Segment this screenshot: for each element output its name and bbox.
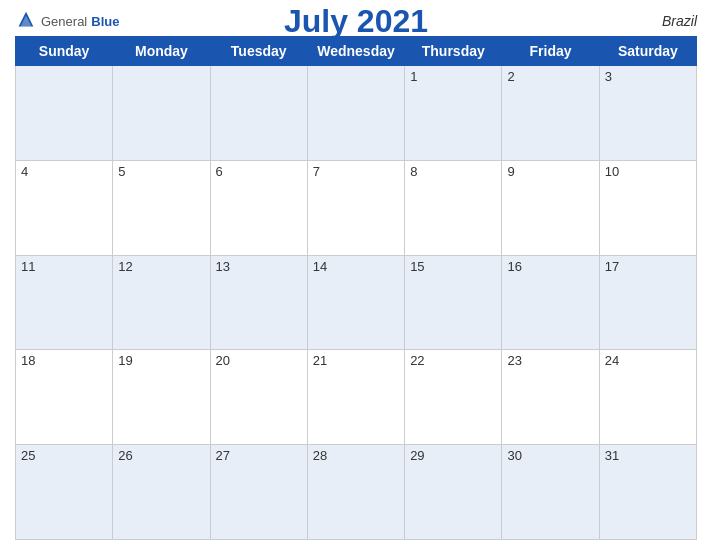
calendar-week-row: 123: [16, 66, 697, 161]
calendar-day-cell: 31: [599, 445, 696, 540]
calendar-day-cell: 1: [405, 66, 502, 161]
calendar-day-cell: 23: [502, 350, 599, 445]
calendar-day-cell: 27: [210, 445, 307, 540]
calendar-day-cell: 10: [599, 160, 696, 255]
header-thursday: Thursday: [405, 37, 502, 66]
calendar-day-cell: 16: [502, 255, 599, 350]
calendar-day-cell: 26: [113, 445, 210, 540]
logo: General Blue: [15, 10, 119, 32]
calendar-day-cell: 29: [405, 445, 502, 540]
calendar-day-cell: 21: [307, 350, 404, 445]
calendar-day-cell: [210, 66, 307, 161]
day-number: 3: [605, 69, 612, 84]
calendar-day-cell: 30: [502, 445, 599, 540]
day-number: 10: [605, 164, 619, 179]
calendar-day-cell: [16, 66, 113, 161]
calendar-day-cell: 18: [16, 350, 113, 445]
calendar-day-cell: 3: [599, 66, 696, 161]
day-number: 8: [410, 164, 417, 179]
day-number: 29: [410, 448, 424, 463]
day-number: 6: [216, 164, 223, 179]
day-number: 25: [21, 448, 35, 463]
day-number: 15: [410, 259, 424, 274]
calendar-day-cell: 14: [307, 255, 404, 350]
header-friday: Friday: [502, 37, 599, 66]
calendar-day-cell: 11: [16, 255, 113, 350]
day-number: 30: [507, 448, 521, 463]
day-number: 21: [313, 353, 327, 368]
calendar-day-cell: [113, 66, 210, 161]
country-label: Brazil: [662, 13, 697, 29]
calendar-day-cell: 17: [599, 255, 696, 350]
day-number: 12: [118, 259, 132, 274]
calendar-day-cell: 24: [599, 350, 696, 445]
day-number: 9: [507, 164, 514, 179]
day-number: 1: [410, 69, 417, 84]
calendar-day-cell: 9: [502, 160, 599, 255]
calendar-header: General Blue July 2021 Brazil: [15, 10, 697, 32]
day-number: 16: [507, 259, 521, 274]
calendar-title: July 2021: [284, 3, 428, 40]
day-number: 13: [216, 259, 230, 274]
header-saturday: Saturday: [599, 37, 696, 66]
calendar-day-cell: 8: [405, 160, 502, 255]
calendar-day-cell: 7: [307, 160, 404, 255]
day-number: 26: [118, 448, 132, 463]
day-number: 14: [313, 259, 327, 274]
day-number: 28: [313, 448, 327, 463]
calendar-day-cell: 19: [113, 350, 210, 445]
day-number: 22: [410, 353, 424, 368]
calendar-day-cell: 2: [502, 66, 599, 161]
header-monday: Monday: [113, 37, 210, 66]
day-number: 7: [313, 164, 320, 179]
day-number: 4: [21, 164, 28, 179]
day-number: 5: [118, 164, 125, 179]
day-number: 19: [118, 353, 132, 368]
logo-blue-text: Blue: [91, 14, 119, 29]
header-sunday: Sunday: [16, 37, 113, 66]
calendar-week-row: 18192021222324: [16, 350, 697, 445]
day-number: 31: [605, 448, 619, 463]
calendar-day-cell: 13: [210, 255, 307, 350]
day-number: 17: [605, 259, 619, 274]
weekday-header-row: Sunday Monday Tuesday Wednesday Thursday…: [16, 37, 697, 66]
header-tuesday: Tuesday: [210, 37, 307, 66]
calendar-table: Sunday Monday Tuesday Wednesday Thursday…: [15, 36, 697, 540]
calendar-day-cell: 12: [113, 255, 210, 350]
calendar-day-cell: 15: [405, 255, 502, 350]
calendar-day-cell: 5: [113, 160, 210, 255]
day-number: 18: [21, 353, 35, 368]
day-number: 11: [21, 259, 35, 274]
calendar-day-cell: [307, 66, 404, 161]
day-number: 24: [605, 353, 619, 368]
calendar-week-row: 25262728293031: [16, 445, 697, 540]
calendar-week-row: 11121314151617: [16, 255, 697, 350]
day-number: 20: [216, 353, 230, 368]
calendar-week-row: 45678910: [16, 160, 697, 255]
day-number: 23: [507, 353, 521, 368]
calendar-day-cell: 6: [210, 160, 307, 255]
day-number: 27: [216, 448, 230, 463]
calendar-day-cell: 22: [405, 350, 502, 445]
calendar-day-cell: 4: [16, 160, 113, 255]
calendar-day-cell: 20: [210, 350, 307, 445]
calendar-day-cell: 25: [16, 445, 113, 540]
header-wednesday: Wednesday: [307, 37, 404, 66]
logo-icon: [15, 10, 37, 32]
logo-general-text: General: [41, 14, 87, 29]
calendar-day-cell: 28: [307, 445, 404, 540]
day-number: 2: [507, 69, 514, 84]
